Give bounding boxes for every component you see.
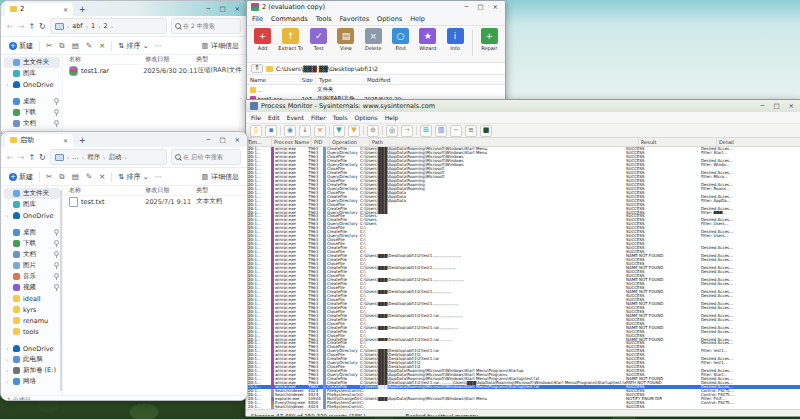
refresh-button[interactable]: ↻ [39, 153, 46, 162]
toolbar-button-add[interactable]: +Add [251, 28, 274, 51]
breadcrumb[interactable]: › …›程序›启动› [50, 149, 167, 165]
breadcrumb-item[interactable]: … [72, 153, 79, 161]
file-row[interactable]: test1.rar2025/6/30 20:11压缩(RAR)文件 [63, 65, 247, 76]
include-process-icon[interactable]: ⊕ [367, 125, 379, 137]
sidebar-item-图库[interactable]: 图库 [4, 68, 60, 79]
sidebar-item-此电脑[interactable]: ›此电脑 [4, 354, 60, 365]
expand-chevron-icon[interactable]: › [6, 378, 10, 385]
up-directory-button[interactable]: ↑ [251, 64, 263, 73]
close-button[interactable]: × [789, 102, 794, 110]
menu-item-options[interactable]: Options [377, 15, 402, 23]
sidebar-item-网络[interactable]: ›网络 [4, 376, 60, 387]
toolbar-button-test[interactable]: ✓Test [307, 28, 330, 51]
minimize-button[interactable]: ─ [760, 102, 764, 110]
sidebar-item-下载[interactable]: 下载 [4, 238, 60, 249]
column-size[interactable]: Size [301, 77, 316, 83]
sidebar-item-下载[interactable]: 下载 [4, 107, 60, 118]
sidebar-item-kyrs[interactable]: kyrs [4, 304, 60, 315]
column-type[interactable]: Type [316, 77, 364, 83]
find-icon[interactable]: ◎ [386, 125, 398, 137]
menu-item-options[interactable]: Options [355, 114, 378, 121]
expand-chevron-icon[interactable]: › [6, 356, 10, 363]
column-type[interactable]: 类型 [196, 55, 247, 64]
column-operation[interactable]: Operation [330, 138, 370, 146]
open-icon[interactable]: ▯ [250, 125, 262, 137]
toolbar-button-info[interactable]: iInfo [443, 28, 466, 51]
details-pane-button[interactable]: ▥ 详细信息 [201, 41, 239, 51]
clear-icon[interactable]: × [314, 125, 326, 137]
capture-icon[interactable]: ◉ [284, 125, 296, 137]
menu-item-favorites[interactable]: Favorites [340, 15, 369, 23]
tab-close-icon[interactable]: ✕ [63, 137, 68, 144]
up-button[interactable]: ↑ [28, 153, 35, 162]
stack-summary-icon[interactable]: ≡ [465, 125, 477, 137]
autoscroll-icon[interactable]: ↓ [299, 125, 311, 137]
expand-chevron-icon[interactable]: › [6, 212, 10, 219]
sidebar-item-桌面[interactable]: 桌面 [4, 227, 60, 238]
column-path[interactable]: Path [370, 138, 639, 146]
close-button[interactable]: × [235, 5, 240, 13]
menu-item-help[interactable]: Help [385, 114, 399, 121]
new-tab-button[interactable]: + [79, 136, 86, 145]
new-button[interactable]: + 新建 [9, 172, 33, 182]
explorer-bottom-tab[interactable]: 启动 ✕ [5, 134, 73, 147]
search-input[interactable]: 在 2 中搜索 [171, 18, 241, 34]
maximize-button[interactable]: □ [477, 3, 483, 11]
sidebar-item-图库[interactable]: 图库 [4, 199, 60, 210]
menu-item-tools[interactable]: Tools [333, 114, 348, 121]
column-pid[interactable]: PID [312, 138, 330, 146]
breadcrumb-item[interactable]: abf [72, 22, 82, 30]
up-button[interactable]: ↑ [28, 22, 35, 31]
sidebar-item-OneDrive[interactable]: ›OneDrive [4, 210, 60, 221]
column-name[interactable]: Name [250, 77, 301, 83]
column-process-name[interactable]: Process Name [272, 138, 312, 146]
cross-ref-icon[interactable]: ■ [480, 125, 492, 137]
delete-icon[interactable]: × [99, 41, 105, 51]
column-date[interactable]: 修改日期 [145, 55, 196, 64]
column-result[interactable]: Result [639, 138, 717, 146]
maximize-button[interactable]: □ [219, 136, 225, 144]
save-icon[interactable]: ▪ [265, 125, 277, 137]
refresh-button[interactable]: ↻ [39, 22, 46, 31]
rename-icon[interactable]: ✎ [86, 172, 92, 182]
search-input[interactable]: 在 启动 中搜索 [171, 149, 241, 165]
new-tab-button[interactable]: + [79, 5, 86, 14]
back-button[interactable]: ← [7, 153, 14, 162]
archive-row[interactable]: ..文件夹 [247, 85, 505, 94]
breadcrumb[interactable]: › abf›1›2› [50, 18, 167, 34]
details-pane-button[interactable]: ▥ 详细信息 [201, 172, 239, 182]
forward-button[interactable]: → [18, 153, 25, 162]
sidebar-item-主文件夹[interactable]: 主文件夹 [4, 57, 60, 68]
cut-icon[interactable]: ✂ [46, 41, 52, 51]
sidebar-item-视频[interactable]: 视频 [4, 282, 60, 293]
jump-icon[interactable]: → [401, 125, 413, 137]
menu-item-help[interactable]: Help [410, 15, 425, 23]
menu-item-edit[interactable]: Edit [268, 114, 280, 121]
column-time[interactable]: Tim... [246, 138, 272, 146]
sidebar-item-文档[interactable]: 文档 [4, 249, 60, 260]
toolbar-button-find[interactable]: ○Find [389, 28, 412, 51]
new-button[interactable]: + 新建 [9, 41, 33, 51]
menu-item-commands[interactable]: Commands [271, 15, 308, 23]
minimize-button[interactable]: ─ [206, 136, 210, 144]
column-name[interactable]: 名称 [69, 55, 145, 64]
highlight-icon[interactable]: ▼ [348, 125, 360, 137]
paste-icon[interactable]: ▤ [72, 172, 79, 182]
sidebar-item-OneDrive[interactable]: ›OneDrive [4, 79, 60, 90]
more-options-icon[interactable]: ⋯ [155, 42, 162, 50]
menu-item-filter[interactable]: Filter [311, 114, 326, 121]
minimize-button[interactable]: ─ [206, 5, 210, 13]
sidebar-item-renamu[interactable]: renamu [4, 315, 60, 326]
menu-item-event[interactable]: Event [287, 114, 304, 121]
breadcrumb-item[interactable]: 2 [104, 22, 108, 30]
network-summary-icon[interactable]: ~ [450, 125, 462, 137]
sidebar-item-文档[interactable]: 文档 [4, 118, 60, 129]
sort-button[interactable]: ⇅ 排序 ⌄ [118, 172, 148, 182]
process-tree-icon[interactable]: ⊞ [420, 125, 432, 137]
menu-item-file[interactable]: File [252, 15, 263, 23]
winrar-address-text[interactable]: C:\Users\▓▓▓ ▓▓\Desktop\abf\1\2 [276, 65, 378, 72]
registry-summary-icon[interactable]: ▥ [435, 125, 447, 137]
breadcrumb-item[interactable]: 启动 [109, 153, 122, 162]
copy-icon[interactable]: ⧉ [59, 172, 64, 182]
menu-item-tools[interactable]: Tools [316, 15, 332, 23]
